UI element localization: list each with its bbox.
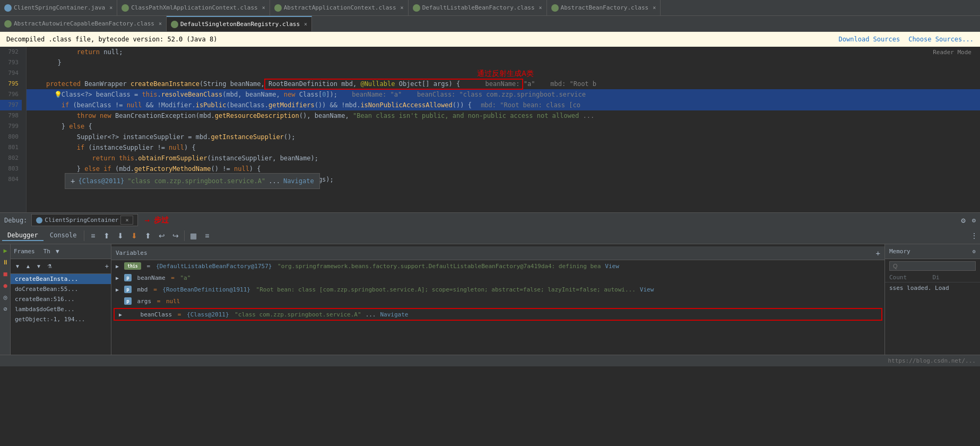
- tab-bar-row2: AbstractAutowireCapableBeanFactory.class…: [0, 16, 980, 32]
- tab-icon: [122, 4, 129, 12]
- tab-abstract-autowire[interactable]: AbstractAutowireCapableBeanFactory.class…: [0, 16, 167, 31]
- memory-label: Memory: [889, 248, 910, 255]
- view-breakpoints-btn[interactable]: ◎: [1, 293, 10, 302]
- line-num: 792: [0, 47, 22, 57]
- toolbar-menu-btn[interactable]: ≡: [86, 229, 99, 242]
- tab-abstract-bean-factory[interactable]: AbstractBeanFactory.class ×: [547, 0, 661, 15]
- toolbar-run-to-cursor-btn[interactable]: ↩: [155, 229, 168, 242]
- debug-tab-close-icon[interactable]: ×: [120, 216, 133, 225]
- threads-dropdown-icon[interactable]: ▼: [56, 248, 59, 255]
- frames-down-arrow-btn[interactable]: ▼: [13, 262, 22, 271]
- var-name-args: args: [134, 298, 155, 305]
- memory-col-count: Count: [889, 274, 933, 281]
- expand-icon[interactable]: ▶: [116, 287, 122, 293]
- add-variable-btn[interactable]: +: [876, 249, 880, 258]
- step-label: 步过: [154, 216, 169, 225]
- memory-settings-icon[interactable]: ⚙: [973, 248, 976, 254]
- code-line-796: 💡 Class<?> beanClass = this.resolveBeanC…: [27, 89, 980, 100]
- debug-label: Debug:: [4, 217, 27, 224]
- vars-content: Variables + ▶ this = {DefaultListableBea…: [111, 244, 884, 355]
- toolbar-step-into-btn[interactable]: ⬇: [114, 229, 127, 242]
- tab-default-listable[interactable]: DefaultListableBeanFactory.class ×: [409, 0, 547, 15]
- var-badge-p: p: [124, 297, 132, 305]
- var-row-args[interactable]: p args = null: [111, 295, 884, 307]
- tab-close-icon[interactable]: ×: [159, 21, 162, 27]
- tab-abstract-app-ctx[interactable]: AbstractApplicationContext.class ×: [270, 0, 409, 15]
- tab-icon: [274, 4, 282, 12]
- memory-columns: Count Di: [885, 273, 980, 282]
- expand-icon: [116, 298, 122, 304]
- pause-btn[interactable]: ⏸: [1, 258, 10, 267]
- toolbar-more-btn[interactable]: ≡: [201, 229, 213, 242]
- frame-item-do-create[interactable]: doCreateBean:55...: [11, 284, 111, 294]
- memory-search-input[interactable]: [889, 261, 976, 271]
- gear-icon[interactable]: ⚙: [961, 216, 965, 225]
- toolbar-force-step-into-btn[interactable]: ⬇: [128, 229, 141, 242]
- frames-filter-btn[interactable]: ⚗: [45, 262, 54, 271]
- var-view-link-this[interactable]: View: [605, 263, 619, 270]
- settings-icon[interactable]: ⚙: [972, 217, 976, 224]
- tab-close-icon[interactable]: ×: [109, 5, 112, 11]
- frames-down-btn[interactable]: ▼: [34, 262, 44, 271]
- tab-bar-row1: ClientSpringContainer.java × ClassPathXm…: [0, 0, 980, 16]
- var-row-mbd[interactable]: ▶ p mbd = {RootBeanDefinition@1911} "Roo…: [111, 284, 884, 295]
- var-row-beanname[interactable]: ▶ p beanName = "a": [111, 272, 884, 284]
- download-sources-link[interactable]: Download Sources: [839, 36, 900, 43]
- record-btn[interactable]: ●: [1, 281, 10, 290]
- code-line-802: return this.obtainFromSupplier(instanceS…: [27, 153, 980, 164]
- tab-classpath-xml[interactable]: ClassPathXmlApplicationContext.class ×: [117, 0, 270, 15]
- code-line-792: return null;: [27, 47, 980, 57]
- var-row-beanclass[interactable]: ▶ p beanClass = {Class@2011} "class com.…: [114, 308, 882, 321]
- tab-close-icon[interactable]: ×: [539, 5, 542, 11]
- tab-icon: [413, 4, 420, 12]
- expand-icon[interactable]: ▶: [119, 312, 125, 318]
- tab-close-icon[interactable]: ×: [262, 5, 265, 11]
- expand-icon[interactable]: ▶: [116, 275, 122, 281]
- expand-icon[interactable]: ▶: [116, 263, 122, 269]
- var-view-link-mbd[interactable]: View: [640, 286, 654, 293]
- code-line-795: protected BeanWrapper createBeanInstance…: [27, 79, 980, 89]
- var-name-beanname: beanName: [134, 275, 169, 281]
- toolbar-evaluate-btn[interactable]: ↪: [169, 229, 182, 242]
- var-ellipsis-beanclass: ...: [366, 311, 376, 318]
- toolbar-step-over-btn[interactable]: ⬆: [100, 229, 113, 242]
- tab-close-icon[interactable]: ×: [304, 21, 307, 27]
- tab-icon: [4, 20, 12, 28]
- line-number-gutter: 792 793 794 795 796 797 798 799 800 801 …: [0, 47, 27, 212]
- memory-header: Memory ⚙: [885, 244, 980, 259]
- frames-add-btn[interactable]: +: [105, 263, 109, 270]
- tooltip-expand-icon[interactable]: +: [71, 177, 75, 185]
- line-num: 794: [0, 68, 22, 79]
- var-navigate-beanclass[interactable]: Navigate: [380, 311, 409, 318]
- tooltip-navigate-link[interactable]: Navigate: [283, 177, 314, 185]
- frame-item-lambda[interactable]: lambda$doGetBe...: [11, 304, 111, 314]
- tab-close-icon[interactable]: ×: [653, 5, 656, 11]
- mute-btn[interactable]: ⊘: [1, 305, 10, 313]
- memory-col-di: Di: [933, 274, 976, 281]
- frame-item-create-bean-516[interactable]: createBean:516...: [11, 294, 111, 304]
- code-line-798: throw new BeanCreationException(mbd.getR…: [27, 110, 980, 121]
- frame-item-get-object[interactable]: getObject:-1, 194...: [11, 314, 111, 324]
- toolbar-frames-btn[interactable]: ▦: [187, 229, 200, 242]
- debug-tab-icon: [36, 217, 42, 224]
- line-num: 800: [0, 132, 22, 142]
- tab-console[interactable]: Console: [45, 230, 82, 241]
- choose-sources-link[interactable]: Choose Sources...: [908, 36, 974, 43]
- toolbar-step-out-btn[interactable]: ⬆: [142, 229, 154, 242]
- memory-panel: Memory ⚙ Count Di sses loaded. Load: [884, 244, 980, 355]
- status-bar: https://blog.csdn.net/...: [0, 355, 980, 366]
- tab-default-singleton[interactable]: DefaultSingletonBeanRegistry.class ×: [167, 16, 312, 31]
- frames-up-btn[interactable]: ▲: [23, 262, 33, 271]
- frame-item-create-bean[interactable]: createBeanInsta...: [11, 274, 111, 284]
- frames-panel: Frames Th ▼ ▼ ▲ ▼ ⚗ + createBeanInsta...…: [11, 244, 111, 355]
- tab-client-spring-container[interactable]: ClientSpringContainer.java ×: [0, 0, 117, 15]
- stop-btn[interactable]: ■: [1, 270, 10, 278]
- toolbar-right-icon[interactable]: ⋮: [970, 231, 978, 240]
- var-value-args: null: [162, 298, 180, 305]
- resume-btn[interactable]: ▶: [1, 246, 10, 255]
- tab-close-icon[interactable]: ×: [401, 5, 404, 11]
- tab-debugger[interactable]: Debugger: [2, 230, 44, 241]
- var-row-this[interactable]: ▶ this = {DefaultListableBeanFactory@175…: [111, 260, 884, 272]
- variables-header: Variables +: [111, 246, 884, 260]
- debug-tab-client[interactable]: ClientSpringContainer ×: [31, 214, 138, 226]
